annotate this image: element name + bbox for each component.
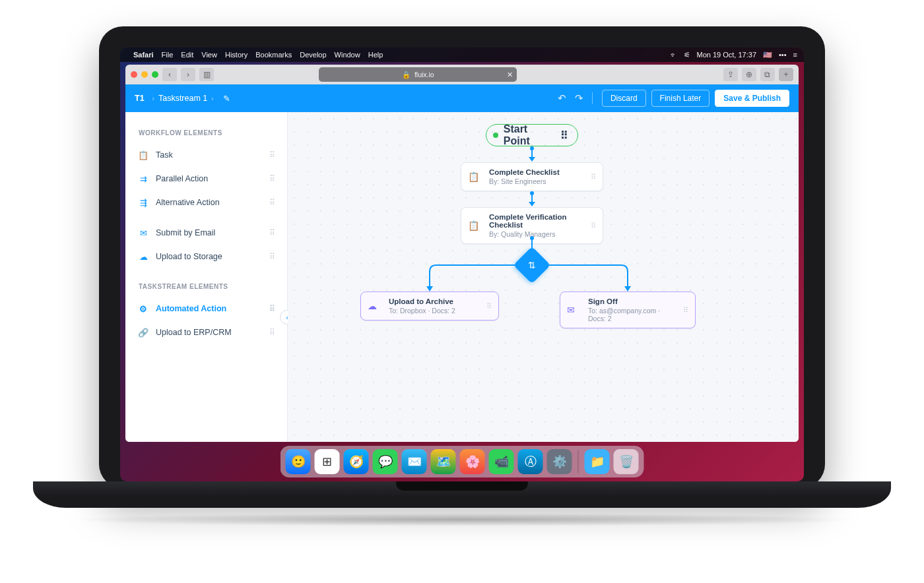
edit-title-icon[interactable]: ✎ xyxy=(223,94,230,104)
dock-trash-icon[interactable]: 🗑️ xyxy=(614,449,639,474)
dock-maps-icon[interactable]: 🗺️ xyxy=(431,449,456,474)
close-window-icon[interactable] xyxy=(131,71,137,78)
new-tab-icon[interactable]: ⊕ xyxy=(742,68,756,81)
tabs-icon[interactable]: ⧉ xyxy=(760,68,775,81)
status-dot-icon xyxy=(493,133,498,138)
sidebar-item-label: Task xyxy=(156,150,173,160)
control-center-icon[interactable]: ⚟ xyxy=(684,51,690,59)
sidebar-item-upload-erp[interactable]: 🔗 Upload to ERP/CRM ⠿ xyxy=(131,321,282,344)
drag-handle-icon[interactable]: ⠿ xyxy=(269,304,275,313)
branch-node[interactable]: ⇅ xyxy=(513,247,551,284)
wifi-icon[interactable]: ᯤ xyxy=(670,51,677,59)
sidebar-item-automated-action[interactable]: ⚙ Automated Action ⠿ xyxy=(131,297,282,321)
workflow-canvas[interactable]: Start Point ⠿ 📋 Complete Checklist xyxy=(288,112,799,442)
drag-handle-icon[interactable]: ⠿ xyxy=(591,222,596,230)
svg-marker-2 xyxy=(624,286,631,292)
lock-icon: 🔒 xyxy=(402,71,411,79)
finish-later-button[interactable]: Finish Later xyxy=(651,90,710,107)
menubar-app-name[interactable]: Safari xyxy=(133,51,154,59)
share-icon[interactable]: ⇪ xyxy=(723,68,738,81)
menubar-more-icon[interactable]: ••• xyxy=(779,51,787,59)
sidebar-item-task[interactable]: 📋 Task ⠿ xyxy=(131,143,282,167)
dock-separator xyxy=(578,450,579,473)
menu-window[interactable]: Window xyxy=(335,51,360,59)
drag-handle-icon[interactable]: ⠿ xyxy=(269,228,275,237)
dock-facetime-icon[interactable]: 📹 xyxy=(489,449,514,474)
add-tab-plus[interactable]: + xyxy=(779,68,793,81)
alternative-icon: ⇶ xyxy=(137,198,149,208)
safari-toolbar: ‹ › ▥ 🔒 fluix.io ✕ ⇪ ⊕ ⧉ + xyxy=(125,65,799,84)
menu-edit[interactable]: Edit xyxy=(181,51,193,59)
dock-photos-icon[interactable]: 🌸 xyxy=(460,449,485,474)
breadcrumb-separator-2: › xyxy=(211,95,213,102)
parallel-icon: ⇉ xyxy=(137,174,149,184)
sidebar-item-alternative-action[interactable]: ⇶ Alternative Action ⠿ xyxy=(131,191,282,214)
page-title[interactable]: Taskstream 1 xyxy=(158,94,207,103)
drag-handle-icon[interactable]: ⠿ xyxy=(269,174,275,183)
menu-file[interactable]: File xyxy=(162,51,174,59)
task-icon: 📋 xyxy=(468,220,484,231)
dock-finder-icon[interactable]: 🙂 xyxy=(286,449,311,474)
minimize-window-icon[interactable] xyxy=(141,71,148,78)
dock-appstore-icon[interactable]: Ⓐ xyxy=(518,449,543,474)
dock-launchpad-icon[interactable]: ⊞ xyxy=(315,449,340,474)
email-icon: ✉ xyxy=(137,228,149,238)
menubar-list-icon[interactable]: ≡ xyxy=(793,51,797,59)
sidebar-item-parallel-action[interactable]: ⇉ Parallel Action ⠿ xyxy=(131,167,282,191)
zoom-window-icon[interactable] xyxy=(152,71,158,78)
sidebar-item-submit-email[interactable]: ✉ Submit by Email ⠿ xyxy=(131,221,282,245)
sidebar-item-label: Automated Action xyxy=(156,304,226,313)
menu-view[interactable]: View xyxy=(201,51,217,59)
automation-icon: ⚙ xyxy=(137,304,149,314)
node-title: Sign Off xyxy=(588,297,678,305)
sidebar-toggle-icon[interactable]: ▥ xyxy=(199,68,214,81)
email-icon: ✉ xyxy=(567,305,583,315)
macos-dock[interactable]: 🙂 ⊞ 🧭 💬 ✉️ 🗺️ 🌸 📹 Ⓐ ⚙️ 📁 🗑️ xyxy=(280,446,644,477)
drag-handle-icon[interactable]: ⠿ xyxy=(560,129,568,142)
sidebar-item-label: Upload to Storage xyxy=(156,252,222,261)
drag-handle-icon[interactable]: ⠿ xyxy=(269,328,275,337)
node-subtitle: To: as@company.com · Docs: 2 xyxy=(588,307,678,322)
menu-bookmarks[interactable]: Bookmarks xyxy=(255,51,292,59)
address-bar[interactable]: 🔒 fluix.io ✕ xyxy=(319,67,517,82)
address-url: fluix.io xyxy=(414,71,434,78)
menu-help[interactable]: Help xyxy=(368,51,383,59)
undo-icon[interactable]: ↶ xyxy=(554,90,571,107)
discard-button[interactable]: Discard xyxy=(602,90,646,107)
dock-mail-icon[interactable]: ✉️ xyxy=(402,449,427,474)
node-subtitle: To: Dropbox · Docs: 2 xyxy=(389,307,481,315)
cloud-upload-icon: ☁ xyxy=(368,301,383,311)
menu-history[interactable]: History xyxy=(225,51,248,59)
menu-develop[interactable]: Develop xyxy=(300,51,326,59)
redo-icon[interactable]: ↷ xyxy=(571,90,588,107)
save-publish-button[interactable]: Save & Publish xyxy=(715,90,789,107)
dock-settings-icon[interactable]: ⚙️ xyxy=(547,449,572,474)
drag-handle-icon[interactable]: ⠿ xyxy=(591,173,596,181)
back-button[interactable]: ‹ xyxy=(162,68,177,81)
drag-handle-icon[interactable]: ⠿ xyxy=(683,306,688,315)
start-node[interactable]: Start Point ⠿ xyxy=(486,124,578,146)
node-title: Upload to Archive xyxy=(389,297,481,305)
traffic-lights[interactable] xyxy=(131,71,158,78)
forward-button[interactable]: › xyxy=(181,68,195,81)
macos-menubar: Safari File Edit View History Bookmarks … xyxy=(120,47,804,62)
menubar-clock[interactable]: Mon 19 Oct, 17:37 xyxy=(697,51,757,59)
task-node-complete-checklist[interactable]: 📋 Complete Checklist By: Site Engineers … xyxy=(461,162,603,191)
drag-handle-icon[interactable]: ⠿ xyxy=(269,150,275,160)
upload-archive-node[interactable]: ☁ Upload to Archive To: Dropbox · Docs: … xyxy=(360,292,499,321)
stop-reload-icon[interactable]: ✕ xyxy=(507,71,513,79)
dock-safari-icon[interactable]: 🧭 xyxy=(344,449,369,474)
sidebar-item-upload-storage[interactable]: ☁ Upload to Storage ⠿ xyxy=(131,245,282,268)
svg-marker-0 xyxy=(426,286,433,292)
flag-icon: 🇺🇸 xyxy=(763,51,772,59)
laptop-shadow xyxy=(66,513,858,526)
drag-handle-icon[interactable]: ⠿ xyxy=(269,198,275,207)
dock-messages-icon[interactable]: 💬 xyxy=(373,449,398,474)
drag-handle-icon[interactable]: ⠿ xyxy=(269,252,275,261)
dock-folder-icon[interactable]: 📁 xyxy=(585,449,610,474)
breadcrumb-code[interactable]: T1 xyxy=(135,94,145,103)
app-header: T1 › Taskstream 1 › ✎ ↶ ↷ Discard Finish… xyxy=(125,84,799,112)
sign-off-node[interactable]: ✉ Sign Off To: as@company.com · Docs: 2 … xyxy=(560,292,696,328)
breadcrumb-separator: › xyxy=(152,95,154,102)
drag-handle-icon[interactable]: ⠿ xyxy=(486,302,492,311)
